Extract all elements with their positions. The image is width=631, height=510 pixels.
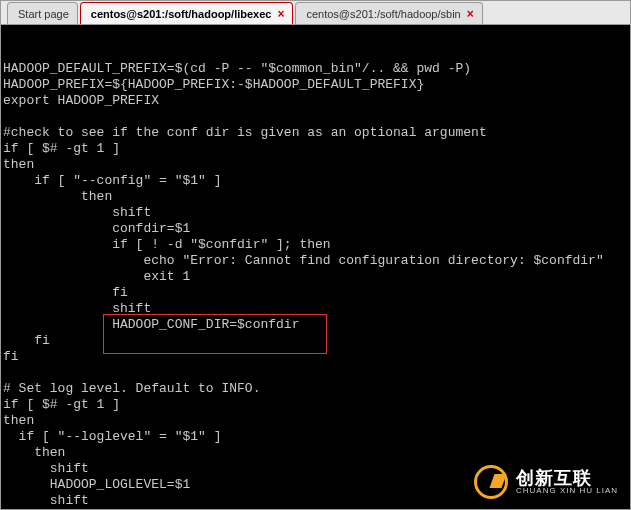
logo-text: 创新互联 CHUANG XIN HU LIAN xyxy=(516,469,618,495)
code-line: export HADOOP_PREFIX xyxy=(3,93,628,109)
code-line: # Set log level. Default to INFO. xyxy=(3,381,628,397)
logo-cn: 创新互联 xyxy=(516,469,618,487)
code-line: fi xyxy=(3,349,628,365)
code-line: then xyxy=(3,157,628,173)
logo-icon xyxy=(474,465,508,499)
code-line: if [ $# -gt 1 ] xyxy=(3,141,628,157)
tab-bar: Start page centos@s201:/soft/hadoop/libe… xyxy=(1,1,630,25)
code-line: fi xyxy=(3,333,628,349)
tab-sbin[interactable]: centos@s201:/soft/hadoop/sbin × xyxy=(295,2,482,24)
code-content: HADOOP_DEFAULT_PREFIX=$(cd -P -- "$commo… xyxy=(3,61,628,509)
code-line: HADOOP_PREFIX=${HADOOP_PREFIX:-$HADOOP_D… xyxy=(3,77,628,93)
code-line: then xyxy=(3,445,628,461)
code-line: echo "Error: Cannot find configuration d… xyxy=(3,253,628,269)
code-line: exit 1 xyxy=(3,269,628,285)
code-line: then xyxy=(3,189,628,205)
code-line: if [ "--config" = "$1" ] xyxy=(3,173,628,189)
terminal-pane[interactable]: HADOOP_DEFAULT_PREFIX=$(cd -P -- "$commo… xyxy=(1,25,630,509)
code-line: if [ "--loglevel" = "$1" ] xyxy=(3,429,628,445)
logo-en: CHUANG XIN HU LIAN xyxy=(516,487,618,495)
code-line xyxy=(3,109,628,125)
code-line: HADOOP_CONF_DIR=$confdir xyxy=(3,317,628,333)
code-line: if [ $# -gt 1 ] xyxy=(3,397,628,413)
code-line: if [ ! -d "$confdir" ]; then xyxy=(3,237,628,253)
code-line: HADOOP_DEFAULT_PREFIX=$(cd -P -- "$commo… xyxy=(3,61,628,77)
tab-libexec[interactable]: centos@s201:/soft/hadoop/libexec × xyxy=(80,2,294,24)
code-line: shift xyxy=(3,205,628,221)
close-icon[interactable]: × xyxy=(277,7,284,21)
close-icon[interactable]: × xyxy=(467,7,474,21)
tab-label: Start page xyxy=(18,8,69,20)
code-line: fi xyxy=(3,285,628,301)
code-line: then xyxy=(3,413,628,429)
tab-label: centos@s201:/soft/hadoop/libexec xyxy=(91,8,272,20)
watermark-logo: 创新互联 CHUANG XIN HU LIAN xyxy=(474,465,618,499)
code-line: confdir=$1 xyxy=(3,221,628,237)
tab-start-page[interactable]: Start page xyxy=(7,2,78,24)
code-line: #check to see if the conf dir is given a… xyxy=(3,125,628,141)
tab-label: centos@s201:/soft/hadoop/sbin xyxy=(306,8,460,20)
code-line: shift xyxy=(3,301,628,317)
code-line xyxy=(3,365,628,381)
